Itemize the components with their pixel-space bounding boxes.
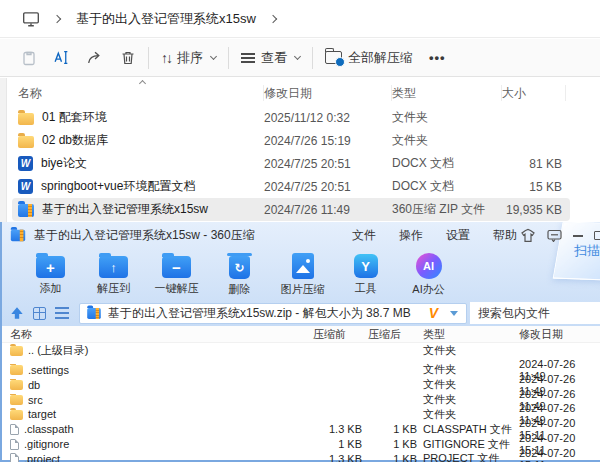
view-label: 查看 — [261, 49, 287, 67]
more-options-icon[interactable]: ••• — [429, 50, 446, 65]
maximize-icon[interactable] — [594, 231, 600, 240]
archive-search-input[interactable] — [470, 302, 600, 324]
zip-toolbar-button[interactable]: AI办公 — [397, 248, 460, 300]
file-name: 基于的出入登记管理系统x15sw — [42, 201, 208, 218]
file-name: .. (上级目录) — [28, 343, 89, 358]
archive-address-bar[interactable]: 基于的出入登记管理系统x15sw.zip - 解包大小为 38.7 MB V — [79, 303, 467, 324]
menu-item[interactable]: 帮助 — [493, 227, 517, 244]
size-before: 1.3 KB — [282, 453, 362, 462]
file-name: 02 db数据库 — [42, 132, 108, 149]
file-icon — [10, 410, 23, 420]
column-header-size[interactable]: 大小 — [502, 85, 566, 101]
file-icon — [10, 453, 19, 462]
size-after: 1 KB — [362, 453, 417, 462]
file-date: 2024/7/25 20:51 — [264, 157, 392, 171]
computer-icon[interactable] — [22, 10, 40, 28]
minimize-icon[interactable] — [573, 235, 583, 237]
feedback-icon[interactable] — [547, 229, 562, 242]
explorer-file-row[interactable]: 02 db数据库 2024/7/26 15:19 文件夹 — [12, 129, 570, 152]
column-header-type[interactable]: 类型 — [392, 85, 502, 101]
explorer-column-headers: 名称 修改日期 类型 大小 — [12, 84, 568, 102]
v-logo-icon: V — [429, 305, 438, 321]
file-name: db — [28, 379, 40, 391]
file-type: 文件夹 — [417, 392, 515, 407]
zip-toolbar-button[interactable]: 添加 — [19, 248, 82, 300]
column-header-date[interactable]: 修改日期 — [515, 327, 600, 342]
file-date: 2024-07-20 15:11 — [515, 447, 600, 462]
sort-icon: ↑↓ — [161, 50, 171, 66]
extract-all-button[interactable]: 全部解压缩 — [325, 49, 413, 67]
menu-item[interactable]: 操作 — [399, 227, 423, 244]
file-type: GITIGNORE 文件 — [417, 437, 515, 452]
file-icon — [10, 424, 19, 435]
paste-icon[interactable] — [20, 49, 37, 66]
file-type: 文件夹 — [417, 362, 515, 377]
zip-toolbar-label: 一键解压 — [155, 281, 199, 296]
zip-window-title: 基于的出入登记管理系统x15sw - 360压缩 — [34, 227, 255, 244]
file-date: 2024/7/26 15:19 — [264, 134, 392, 148]
size-before: 1.3 KB — [282, 423, 362, 435]
file-type: 文件夹 — [417, 377, 515, 392]
zip-toolbar-button[interactable]: 工具 — [334, 248, 397, 300]
zip-toolbar-button[interactable]: 删除 — [208, 248, 271, 300]
up-level-icon[interactable] — [10, 306, 24, 320]
file-date: 2024/7/25 20:51 — [264, 180, 392, 194]
nav-pane-edge[interactable] — [0, 78, 7, 222]
column-header-date[interactable]: 修改日期 — [264, 85, 392, 101]
address-dropdown-icon[interactable] — [450, 311, 458, 320]
explorer-file-row[interactable]: biye论文 2024/7/25 20:51 DOCX 文档 81 KB — [12, 152, 570, 175]
view-icon — [241, 53, 255, 63]
breadcrumb-chevron-icon[interactable] — [269, 14, 277, 22]
zip-toolbar-icon — [36, 256, 65, 278]
file-icon — [18, 156, 33, 171]
zip-titlebar: 基于的出入登记管理系统x15sw - 360压缩 文件 操作 设置 帮助 — [2, 222, 600, 248]
delete-icon[interactable] — [119, 49, 136, 66]
size-after: 1 KB — [362, 423, 417, 435]
file-name: 01 配套环境 — [42, 109, 107, 126]
file-type: 文件夹 — [417, 407, 515, 422]
column-header-after[interactable]: 压缩后 — [362, 327, 417, 342]
extract-all-label: 全部解压缩 — [348, 49, 413, 67]
menu-item[interactable]: 设置 — [446, 227, 470, 244]
zip-toolbar-button[interactable]: 图片压缩 — [271, 248, 334, 300]
archive-search-box — [470, 302, 600, 324]
zip-toolbar-button[interactable]: 解压到 — [82, 248, 145, 300]
column-header-name[interactable]: 名称 — [2, 327, 282, 342]
zip-toolbar-button[interactable]: 一键解压 — [145, 248, 208, 300]
breadcrumb-folder[interactable]: 基于的出入登记管理系统x15sw — [76, 10, 256, 28]
toolbar-divider — [312, 47, 313, 69]
file-icon — [18, 113, 34, 125]
archive-column-headers: 名称 压缩前 压缩后 类型 修改日期 — [2, 326, 600, 343]
archive-file-row[interactable]: .settings 文件夹 2024-07-26 11:49 — [2, 358, 600, 373]
view-button[interactable]: 查看 — [241, 49, 300, 67]
file-name: .classpath — [24, 423, 74, 435]
skin-icon[interactable] — [520, 228, 536, 243]
file-icon — [18, 179, 33, 194]
column-header-name[interactable]: 名称 — [18, 85, 264, 101]
zip-toolbar-icon — [416, 253, 442, 279]
zip-toolbar-icon — [354, 254, 378, 278]
archive-rows: .. (上级目录) 文件夹 .settings — [2, 343, 600, 462]
file-name: target — [28, 408, 56, 420]
sort-button[interactable]: ↑↓ 排序 — [161, 49, 216, 67]
explorer-file-row[interactable]: 01 配套环境 2025/11/12 0:32 文件夹 — [12, 106, 570, 129]
file-icon — [10, 439, 19, 450]
rename-icon[interactable] — [53, 49, 70, 66]
menu-item[interactable]: 文件 — [352, 227, 376, 244]
grid-view-icon[interactable] — [33, 307, 46, 320]
list-view-icon[interactable] — [55, 307, 69, 319]
file-icon — [10, 365, 23, 375]
explorer-file-row[interactable]: springboot+vue环境配置文档 2024/7/25 20:51 DOC… — [12, 175, 570, 198]
explorer-file-row[interactable]: 基于的出入登记管理系统x15sw 2024/7/26 11:49 360压缩 Z… — [12, 198, 570, 221]
archive-file-row[interactable]: .. (上级目录) 文件夹 — [2, 343, 600, 358]
file-type: PROJECT 文件 — [417, 451, 515, 462]
toolbar-divider — [148, 47, 149, 69]
share-icon[interactable] — [86, 49, 103, 66]
file-type: DOCX 文档 — [392, 178, 502, 195]
file-date: 2024/7/26 11:49 — [264, 203, 392, 217]
column-header-type[interactable]: 类型 — [417, 327, 515, 342]
column-header-before[interactable]: 压缩前 — [282, 327, 362, 342]
file-icon — [10, 346, 23, 356]
breadcrumb-chevron-icon[interactable] — [53, 14, 61, 22]
file-type: CLASSPATH 文件 — [417, 422, 515, 437]
